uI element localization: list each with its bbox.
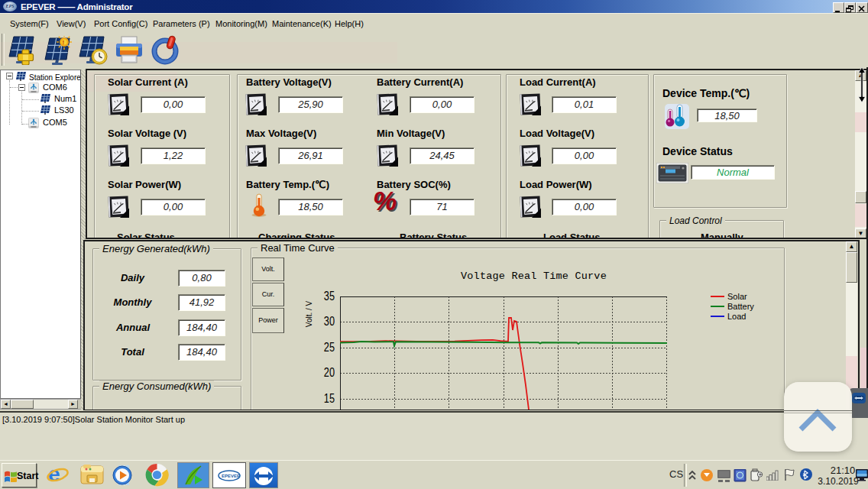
svg-text:!: ! <box>63 39 65 46</box>
svg-text:EPEVER: EPEVER <box>222 474 241 478</box>
